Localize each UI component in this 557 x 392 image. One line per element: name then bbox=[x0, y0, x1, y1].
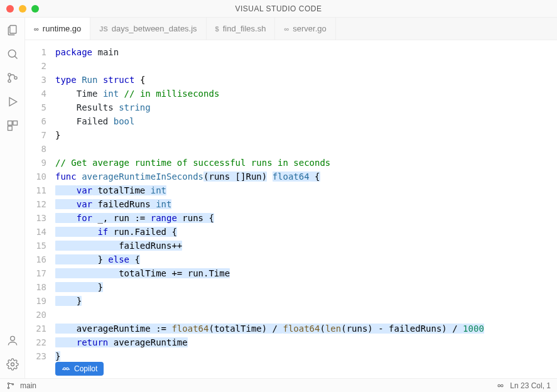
code-line[interactable]: var totalTime int bbox=[55, 183, 557, 197]
line-number: 20 bbox=[25, 308, 46, 322]
copilot-button[interactable]: Copilot bbox=[55, 362, 104, 376]
code-line[interactable]: Time int // in milliseconds bbox=[55, 87, 557, 101]
svg-point-4 bbox=[8, 80, 10, 82]
line-number: 8 bbox=[25, 142, 46, 156]
extensions-icon[interactable] bbox=[5, 118, 20, 133]
line-number: 23 bbox=[25, 349, 46, 363]
tab-label: server.go bbox=[293, 24, 326, 33]
svg-rect-7 bbox=[8, 121, 12, 126]
line-number: 5 bbox=[25, 101, 46, 114]
accounts-icon[interactable] bbox=[5, 333, 20, 348]
svg-rect-0 bbox=[9, 26, 16, 34]
svg-point-12 bbox=[63, 368, 66, 370]
code-line[interactable]: var failedRuns int bbox=[55, 197, 557, 211]
line-number: 21 bbox=[25, 322, 46, 335]
svg-point-3 bbox=[8, 74, 10, 76]
code-line[interactable]: Failed bool bbox=[55, 114, 557, 128]
code-line[interactable]: // Get average runtime of successful run… bbox=[55, 156, 557, 170]
copilot-icon bbox=[62, 364, 70, 373]
app-title: VISUAL STUDIO CODE bbox=[0, 4, 557, 13]
file-type-sh-icon: $ bbox=[215, 25, 219, 33]
code-line[interactable]: package main bbox=[55, 45, 557, 59]
copilot-label: Copilot bbox=[74, 364, 97, 373]
file-type-js-icon: JS bbox=[99, 25, 107, 33]
tab-find-files-sh[interactable]: $find_files.sh bbox=[207, 18, 276, 40]
files-icon[interactable] bbox=[5, 23, 20, 38]
line-number-gutter: 1234567891011121314151617181920212223 bbox=[25, 45, 55, 378]
search-icon[interactable] bbox=[5, 46, 20, 62]
cursor-position[interactable]: Ln 23 Col, 1 bbox=[510, 381, 551, 390]
code-line[interactable]: if run.Failed { bbox=[55, 225, 557, 239]
tab-runtime-go[interactable]: ∞runtime.go bbox=[25, 18, 90, 40]
source-control-icon[interactable] bbox=[5, 70, 20, 85]
code-line[interactable] bbox=[55, 59, 557, 73]
line-number: 14 bbox=[25, 225, 46, 239]
line-number: 13 bbox=[25, 211, 46, 225]
line-number: 12 bbox=[25, 197, 46, 211]
code-line[interactable]: } bbox=[55, 128, 557, 142]
status-bar: main Ln 23 Col, 1 bbox=[0, 378, 557, 392]
code-line[interactable]: Results string bbox=[55, 101, 557, 114]
code-line[interactable]: return averageRuntime bbox=[55, 335, 557, 349]
svg-point-10 bbox=[10, 336, 14, 340]
line-number: 19 bbox=[25, 294, 46, 308]
main-row: ∞runtime.goJSdays_between_dates.js$find_… bbox=[0, 18, 557, 378]
code-line[interactable]: func averageRuntimeInSeconds(runs []Run)… bbox=[55, 170, 557, 183]
titlebar: VISUAL STUDIO CODE bbox=[0, 0, 557, 18]
svg-point-11 bbox=[11, 363, 14, 366]
line-number: 4 bbox=[25, 87, 46, 101]
code-line[interactable] bbox=[55, 308, 557, 322]
code-line[interactable]: type Run struct { bbox=[55, 73, 557, 87]
line-number: 10 bbox=[25, 170, 46, 183]
line-number: 15 bbox=[25, 239, 46, 253]
svg-point-5 bbox=[14, 77, 16, 79]
svg-point-14 bbox=[8, 383, 9, 384]
svg-line-2 bbox=[14, 56, 17, 58]
copilot-status-icon[interactable] bbox=[496, 381, 505, 390]
svg-marker-6 bbox=[9, 97, 17, 106]
run-debug-icon[interactable] bbox=[5, 94, 20, 109]
tab-days-between-dates-js[interactable]: JSdays_between_dates.js bbox=[90, 18, 206, 40]
svg-rect-9 bbox=[8, 126, 12, 131]
code-line[interactable]: } bbox=[55, 294, 557, 308]
code-line[interactable]: } else { bbox=[55, 253, 557, 266]
line-number: 17 bbox=[25, 266, 46, 280]
svg-rect-8 bbox=[13, 121, 17, 126]
svg-point-18 bbox=[501, 384, 504, 387]
activity-bar bbox=[0, 18, 25, 378]
line-number: 16 bbox=[25, 253, 46, 266]
file-type-go-icon: ∞ bbox=[34, 25, 39, 33]
line-number: 9 bbox=[25, 156, 46, 170]
line-number: 7 bbox=[25, 128, 46, 142]
tab-label: runtime.go bbox=[43, 24, 81, 33]
code-content[interactable]: package maintype Run struct { Time int /… bbox=[55, 45, 557, 378]
line-number: 3 bbox=[25, 73, 46, 87]
code-line[interactable] bbox=[55, 142, 557, 156]
line-number: 2 bbox=[25, 59, 46, 73]
svg-point-13 bbox=[67, 368, 69, 370]
line-number: 18 bbox=[25, 280, 46, 294]
tab-label: days_between_dates.js bbox=[112, 24, 197, 33]
code-line[interactable]: totalTime += run.Time bbox=[55, 266, 557, 280]
tab-label: find_files.sh bbox=[223, 24, 266, 33]
code-line[interactable]: for _, run := range runs { bbox=[55, 211, 557, 225]
tab-bar: ∞runtime.goJSdays_between_dates.js$find_… bbox=[25, 18, 557, 40]
code-line[interactable]: averageRuntime := float64(totalTime) / f… bbox=[55, 322, 557, 335]
file-type-go-icon: ∞ bbox=[284, 25, 289, 33]
line-number: 22 bbox=[25, 335, 46, 349]
tab-server-go[interactable]: ∞server.go bbox=[275, 18, 335, 40]
branch-name[interactable]: main bbox=[20, 381, 36, 390]
svg-point-15 bbox=[8, 387, 9, 388]
editor-area: ∞runtime.goJSdays_between_dates.js$find_… bbox=[25, 18, 557, 378]
settings-gear-icon[interactable] bbox=[5, 357, 20, 372]
code-editor[interactable]: 1234567891011121314151617181920212223 pa… bbox=[25, 40, 557, 378]
branch-icon[interactable] bbox=[6, 381, 15, 390]
line-number: 11 bbox=[25, 183, 46, 197]
code-line[interactable]: } bbox=[55, 280, 557, 294]
svg-point-17 bbox=[498, 384, 500, 387]
line-number: 6 bbox=[25, 114, 46, 128]
svg-point-1 bbox=[8, 50, 16, 57]
code-line[interactable]: } bbox=[55, 349, 557, 363]
code-line[interactable]: failedRuns++ bbox=[55, 239, 557, 253]
line-number: 1 bbox=[25, 45, 46, 59]
